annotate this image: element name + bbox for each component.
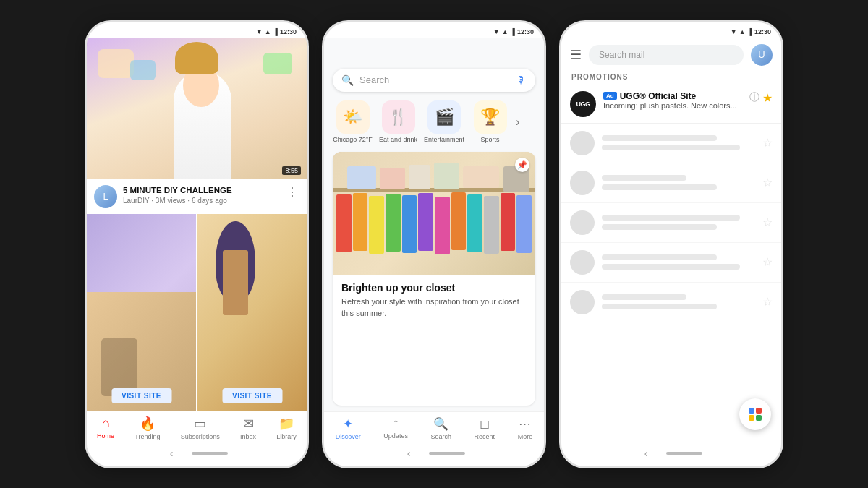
back-arrow-3[interactable]: ‹ [640,448,652,459]
nav-recent-label: Recent [475,433,495,440]
nav-subscriptions[interactable]: ▭ Subscriptions [181,416,220,440]
mail-item-5[interactable]: ☆ [561,283,781,322]
nav-recent[interactable]: ◻ Recent [475,416,495,440]
fab-dot-red [756,408,762,414]
upload-age: 6 days ago [192,197,227,205]
duration-badge: 8:55 [282,166,301,175]
mail-star-5[interactable]: ☆ [762,295,773,309]
back-arrow-1[interactable]: ‹ [166,448,178,459]
mail-item-2[interactable]: ☆ [561,163,781,203]
home-indicator-2[interactable] [429,452,465,455]
ad-sender: Ad UGG® Official Site [603,91,742,101]
google-search-bar[interactable]: 🔍 Search 🎙 [333,69,535,92]
mail-star-4[interactable]: ☆ [762,255,773,269]
search-nav-icon: 🔍 [433,416,448,432]
mail-item-3[interactable]: ☆ [561,203,781,243]
gmail-compose-fab[interactable] [739,398,771,430]
mail-line-sender-3 [602,215,740,221]
nav-search[interactable]: 🔍 Search [430,416,451,440]
grid-item-2[interactable]: VISIT SITE [197,214,307,411]
mail-item-1[interactable]: ☆ [561,124,781,163]
gmail-ad-content: Ad UGG® Official Site Incoming: plush pa… [603,91,742,110]
youtube-content: 8:55 L 5 MINUTE DIY CHALLENGE LaurDIY · … [87,38,307,443]
gmail-search-bar[interactable]: Search mail [589,45,744,65]
back-arrow-2[interactable]: ‹ [403,448,415,459]
chip-entertainment[interactable]: 🎬 Entertainment [424,100,464,144]
nav-updates[interactable]: ↑ Updates [383,416,408,440]
status-bar-1: ▼ ▲ ▐ 12:30 [87,22,307,38]
phone-bottom-1: ‹ [87,443,307,466]
recent-icon: ◻ [480,416,490,432]
mic-icon[interactable]: 🎙 [516,74,527,86]
visit-site-btn-1[interactable]: VISIT SITE [111,388,171,403]
chip-food-label: Eat and drink [379,136,417,144]
nav-discover[interactable]: ✦ Discover [336,416,361,440]
inbox-icon: ✉ [243,416,254,432]
mail-lines-1 [602,135,755,150]
visit-site-btn-2[interactable]: VISIT SITE [222,388,282,403]
chip-sports[interactable]: 🏆 Sports [470,100,510,144]
trending-icon: 🔥 [140,416,156,432]
mail-lines-5 [602,294,755,309]
mail-avatar-4 [570,250,595,275]
star-filled-icon[interactable]: ★ [762,91,773,105]
gmail-content: ☰ Search mail U PROMOTIONS UGG Ad UGG® O… [561,38,781,443]
mail-line-sender-2 [602,175,686,181]
chips-more-arrow[interactable]: › [516,116,519,143]
signal-icon-3: ▼ [731,28,737,35]
more-options-icon[interactable]: ⋮ [285,185,299,199]
gmail-user-avatar[interactable]: U [751,44,773,66]
status-icons-1: ▼ ▲ ▐ 12:30 [256,28,297,35]
mail-line-subject-1 [602,145,740,150]
home-icon: ⌂ [102,416,110,431]
status-icons-3: ▼ ▲ ▐ 12:30 [731,28,771,35]
battery-icon: ▐ [273,28,278,35]
card-description: Refresh your style with inspiration from… [341,296,527,319]
nav-trending[interactable]: 🔥 Trending [135,416,160,440]
nav-library[interactable]: 📁 Library [276,416,297,440]
phone-bottom-2: ‹ [324,443,544,466]
fab-dot-yellow [749,415,754,421]
gmail-menu-icon[interactable]: ☰ [570,47,582,63]
mail-star-1[interactable]: ☆ [762,136,773,150]
gmail-ad-email[interactable]: UGG Ad UGG® Official Site Incoming: plus… [561,85,781,124]
nav-more[interactable]: ⋯ More [518,416,533,440]
mail-star-3[interactable]: ☆ [762,215,773,229]
mail-lines-2 [602,175,755,190]
mail-line-subject-5 [602,304,717,309]
nav-inbox[interactable]: ✉ Inbox [240,416,256,440]
youtube-hero-thumbnail[interactable]: 8:55 [87,38,307,179]
info-icon[interactable]: ⓘ [749,91,760,104]
grid-item-1[interactable]: VISIT SITE [87,214,196,411]
discover-chips: 🌤️ Chicago 72°F 🍴 Eat and drink 🎬 Entert… [324,98,544,147]
home-indicator-3[interactable] [666,452,702,455]
fab-dot-blue [749,408,754,414]
mail-line-sender-4 [602,254,717,260]
promotions-label: PROMOTIONS [561,72,781,85]
mail-line-sender-5 [602,294,686,300]
ad-meta: ⓘ ★ [749,91,773,105]
updates-icon: ↑ [393,416,399,431]
mail-item-4[interactable]: ☆ [561,243,781,283]
compose-icon [749,408,762,421]
view-count: 3M views [156,197,186,205]
chip-weather[interactable]: 🌤️ Chicago 72°F [333,100,373,144]
wifi-icon-2: ▲ [502,28,509,35]
mail-line-subject-3 [602,224,717,230]
discover-card[interactable]: 📌 Brighten up your closet Refresh your s… [333,152,535,405]
mail-star-2[interactable]: ☆ [762,176,773,189]
discover-content: 🔍 Search 🎙 🌤️ Chicago 72°F 🍴 Eat and dri… [324,38,544,443]
chip-food[interactable]: 🍴 Eat and drink [378,100,418,144]
mail-lines-4 [602,254,755,270]
search-bar-placeholder: Search [359,74,511,85]
nav-home[interactable]: ⌂ Home [97,416,114,440]
wifi-icon: ▲ [265,28,271,35]
home-indicator-1[interactable] [192,452,228,455]
gmail-search-placeholder: Search mail [599,50,644,60]
phone-youtube: ▼ ▲ ▐ 12:30 8:55 [85,20,309,468]
nav-inbox-label: Inbox [240,433,256,440]
discover-card-body: Brighten up your closet Refresh your sty… [333,275,535,326]
mail-avatar-1 [570,131,595,155]
nav-subscriptions-label: Subscriptions [181,433,220,440]
mail-line-sender-1 [602,135,717,141]
